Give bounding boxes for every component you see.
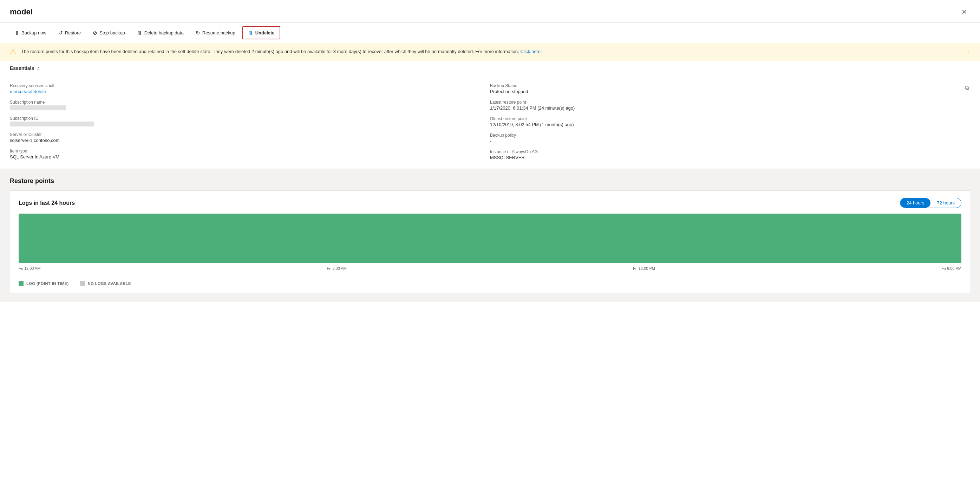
backup-status-field: Backup Status Protection stopped <box>490 83 953 94</box>
x-label-3: Fri 6:00 PM <box>941 266 961 270</box>
backup-status-label: Backup Status <box>490 83 953 88</box>
backup-now-button[interactable]: ⬆ Backup now <box>10 27 51 39</box>
window-title: model <box>10 7 33 16</box>
legend-label-log: LOG (POINT IN TIME) <box>26 282 69 286</box>
legend-label-nologs: NO LOGS AVAILABLE <box>88 282 131 286</box>
essentials-left: Recovery services vault mercurysoftdelet… <box>10 83 490 160</box>
latest-restore-value: 1/17/2020, 6:01:34 PM (24 minute(s) ago) <box>490 105 953 111</box>
resume-backup-button[interactable]: ↻ Resume backup <box>191 27 240 39</box>
warning-icon: ⚠ <box>10 48 16 56</box>
time-toggle: 24 hours 72 hours <box>900 198 961 208</box>
legend-color-nologs <box>80 281 85 286</box>
warning-banner: ⚠ The restore points for this backup ite… <box>0 43 980 60</box>
latest-restore-field: Latest restore point 1/17/2020, 6:01:34 … <box>490 100 953 111</box>
oldest-restore-value: 12/10/2019, 8:02:54 PM (1 month(s) ago) <box>490 122 953 127</box>
chart-x-labels: Fri 12:00 AM Fri 6:00 AM Fri 12:00 PM Fr… <box>19 264 961 273</box>
warning-text: The restore points for this backup item … <box>21 48 959 55</box>
server-cluster-field: Server or Cluster sqlserver-1.contoso.co… <box>10 132 490 143</box>
delete-backup-label: Delete backup data <box>144 30 184 35</box>
backup-policy-label: Backup policy <box>490 133 953 138</box>
warning-link[interactable]: Click here. <box>520 49 542 54</box>
x-label-0: Fri 12:00 AM <box>19 266 40 270</box>
close-button[interactable]: ✕ <box>959 6 970 17</box>
copy-button[interactable]: ⧉ <box>964 83 970 92</box>
chart-svg <box>19 213 961 263</box>
chart-title: Logs in last 24 hours <box>19 200 75 206</box>
restore-button[interactable]: ↺ Restore <box>53 27 86 39</box>
legend-no-logs: NO LOGS AVAILABLE <box>80 281 131 286</box>
subscription-id-value <box>10 122 94 126</box>
title-bar: model ✕ <box>0 0 980 23</box>
item-type-value: SQL Server in Azure VM <box>10 154 490 159</box>
restore-icon: ↺ <box>58 30 63 36</box>
restore-section: Restore points Logs in last 24 hours 24 … <box>0 169 980 302</box>
subscription-name-value <box>10 105 66 110</box>
recovery-vault-field: Recovery services vault mercurysoftdelet… <box>10 83 490 94</box>
x-label-1: Fri 6:00 AM <box>327 266 347 270</box>
oldest-restore-field: Oldest restore point 12/10/2019, 8:02:54… <box>490 116 953 127</box>
subscription-id-label: Subscription ID <box>10 116 490 121</box>
backup-now-label: Backup now <box>21 30 46 35</box>
backup-policy-value: - <box>490 138 953 144</box>
undelete-button[interactable]: 🗑 Undelete <box>242 26 280 39</box>
delete-backup-button[interactable]: 🗑 Delete backup data <box>132 27 189 39</box>
recovery-vault-value[interactable]: mercurysoftdelete <box>10 89 490 94</box>
restore-points-title: Restore points <box>10 177 970 185</box>
legend-log-point: LOG (POINT IN TIME) <box>19 281 69 286</box>
latest-restore-label: Latest restore point <box>490 100 953 105</box>
delete-icon: 🗑 <box>137 30 142 36</box>
chart-legend: LOG (POINT IN TIME) NO LOGS AVAILABLE <box>19 281 961 286</box>
recovery-vault-label: Recovery services vault <box>10 83 490 88</box>
chart-area: Fri 12:00 AM Fri 6:00 AM Fri 12:00 PM Fr… <box>19 213 961 273</box>
main-window: model ✕ ⬆ Backup now ↺ Restore ⊘ Stop ba… <box>0 0 980 482</box>
instance-field: Instance or AlwaysOn AG MSSQLSERVER <box>490 149 953 160</box>
resume-backup-label: Resume backup <box>202 30 235 35</box>
x-label-2: Fri 12:00 PM <box>633 266 655 270</box>
subscription-id-field: Subscription ID <box>10 116 490 126</box>
stop-backup-button[interactable]: ⊘ Stop backup <box>88 27 130 39</box>
server-cluster-label: Server or Cluster <box>10 132 490 137</box>
essentials-right: ⧉ Backup Status Protection stopped Lates… <box>490 83 970 160</box>
instance-label: Instance or AlwaysOn AG <box>490 149 953 154</box>
backup-icon: ⬆ <box>15 30 19 36</box>
undelete-label: Undelete <box>255 30 275 35</box>
essentials-header[interactable]: Essentials ∧ <box>0 60 980 76</box>
stop-backup-label: Stop backup <box>99 30 125 35</box>
essentials-grid: Recovery services vault mercurysoftdelet… <box>0 76 980 169</box>
instance-value: MSSQLSERVER <box>490 155 953 160</box>
time-72h-button[interactable]: 72 hours <box>931 198 961 208</box>
content-area: Essentials ∧ Recovery services vault mer… <box>0 60 980 482</box>
toolbar: ⬆ Backup now ↺ Restore ⊘ Stop backup 🗑 D… <box>0 23 980 43</box>
undelete-icon: 🗑 <box>248 30 253 36</box>
item-type-field: Item type SQL Server in Azure VM <box>10 149 490 159</box>
backup-policy-field: Backup policy - <box>490 133 953 144</box>
backup-status-value: Protection stopped <box>490 89 953 94</box>
subscription-name-field: Subscription name <box>10 100 490 110</box>
oldest-restore-label: Oldest restore point <box>490 116 953 121</box>
chart-container: Logs in last 24 hours 24 hours 72 hours … <box>10 191 970 293</box>
essentials-section: Essentials ∧ Recovery services vault mer… <box>0 60 980 169</box>
resume-icon: ↻ <box>196 30 200 36</box>
stop-icon: ⊘ <box>93 30 97 36</box>
essentials-title: Essentials <box>10 65 34 71</box>
time-24h-button[interactable]: 24 hours <box>900 198 931 208</box>
subscription-name-label: Subscription name <box>10 100 490 105</box>
server-cluster-value: sqlserver-1.contoso.com <box>10 138 490 143</box>
item-type-label: Item type <box>10 149 490 154</box>
essentials-chevron-icon: ∧ <box>37 66 40 71</box>
chart-header: Logs in last 24 hours 24 hours 72 hours <box>19 198 961 208</box>
svg-rect-0 <box>19 213 961 263</box>
warning-arrow-icon: → <box>964 48 970 56</box>
legend-color-log <box>19 281 24 286</box>
restore-label: Restore <box>65 30 81 35</box>
